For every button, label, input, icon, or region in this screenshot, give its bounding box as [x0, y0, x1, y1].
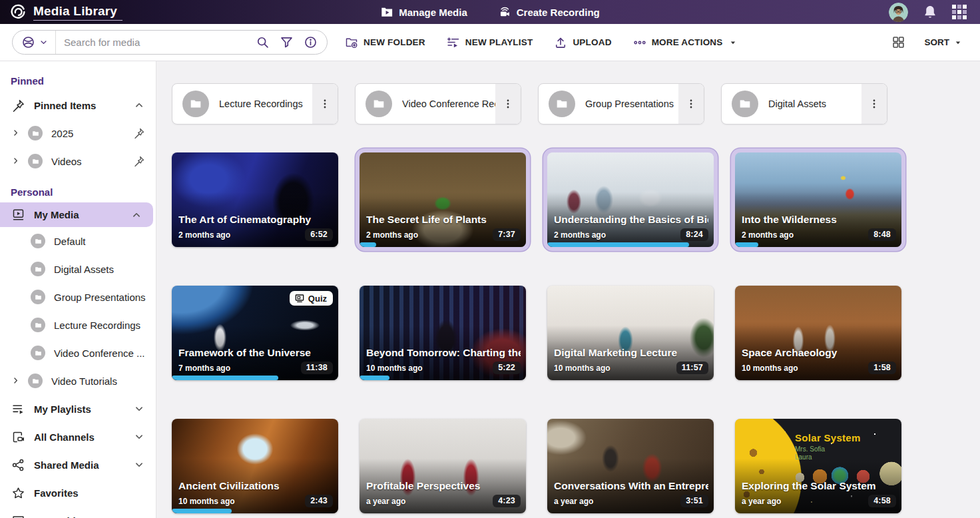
more-dots-icon [633, 36, 646, 49]
sidebar-item-my-playlists[interactable]: My Playlists [0, 395, 156, 423]
video-card[interactable]: Into the Wilderness 2 months ago 8:48 [735, 152, 901, 247]
video-card[interactable]: Beyond Tomorrow: Charting the... 10 mont… [360, 286, 526, 380]
video-card[interactable]: Understanding the Basics of Biol... 2 mo… [547, 152, 714, 247]
app-header: Media Library Manage Media Create Record… [0, 0, 980, 24]
chevron-down-icon [39, 37, 49, 47]
grid-view-icon[interactable] [891, 35, 905, 49]
folder-menu-button[interactable] [861, 84, 887, 124]
thumbnail-caption: Solar System Mrs. SofiaLaura [795, 432, 861, 461]
folder-circle-icon [31, 262, 45, 276]
search-icon[interactable] [256, 35, 270, 49]
video-card[interactable]: Quiz Framework of the Universe 7 months … [172, 286, 338, 380]
video-thumbnail[interactable]: Understanding the Basics of Biol... 2 mo… [547, 152, 714, 247]
chevron-down-icon[interactable] [133, 430, 146, 443]
sort-button[interactable]: SORT [924, 37, 963, 47]
sidebar-item-video-conference[interactable]: Video Conference ... [0, 339, 156, 367]
video-card[interactable]: Digital Marketing Lecture 10 months ago … [547, 286, 714, 380]
video-card[interactable]: The Art of Cinematography 2 months ago 6… [172, 152, 338, 247]
new-folder-button[interactable]: NEW FOLDER [345, 36, 425, 49]
sidebar-item-digital-assets[interactable]: Digital Assets [0, 255, 156, 283]
sidebar-item-pinned-items[interactable]: Pinned Items [0, 91, 156, 119]
info-icon[interactable] [304, 35, 318, 49]
video-card[interactable]: Space Archaeology 10 months ago 1:58 [735, 286, 901, 380]
folder-name: Video Conference Rec... [402, 99, 499, 109]
chevron-up-icon[interactable] [130, 208, 144, 222]
chevron-down-icon[interactable] [133, 402, 146, 415]
sidebar-item-my-media[interactable]: My Media [0, 202, 153, 227]
folder-menu-button[interactable] [312, 84, 338, 124]
create-recording-button[interactable]: Create Recording [498, 5, 600, 19]
manage-media-icon [380, 5, 393, 19]
chevron-right-icon[interactable] [11, 127, 24, 140]
user-avatar[interactable] [889, 3, 908, 22]
video-thumbnail[interactable]: Ancient Civilizations 10 months ago 2:43 [172, 419, 338, 513]
search-scope-dropdown[interactable] [13, 31, 56, 54]
sidebar-item-my-archive[interactable]: My Archive [0, 507, 156, 518]
video-thumbnail[interactable]: Into the Wilderness 2 months ago 8:48 [735, 152, 901, 247]
video-title: Into the Wilderness [742, 214, 896, 226]
chevron-down-icon[interactable] [133, 458, 146, 471]
sidebar-item-label: Shared Media [34, 459, 99, 471]
folder-card[interactable]: Digital Assets [721, 83, 887, 125]
sidebar-item-group-presentations[interactable]: Group Presentations [0, 283, 156, 311]
video-thumbnail[interactable]: The Secret Life of Plants 2 months ago 7… [360, 152, 526, 247]
video-title: Beyond Tomorrow: Charting the... [366, 347, 521, 359]
sidebar-item-lecture-recordings[interactable]: Lecture Recordings [0, 311, 156, 339]
video-duration-badge: 1:58 [868, 362, 896, 374]
search-input[interactable] [56, 37, 256, 48]
folders-row: Lecture Recordings Video Conference Rec.… [172, 83, 980, 125]
chevron-up-icon[interactable] [133, 99, 146, 112]
folder-card[interactable]: Video Conference Rec... [355, 83, 521, 125]
more-actions-label: MORE ACTIONS [652, 37, 723, 47]
folder-circle-icon [28, 154, 43, 168]
video-title: Space Archaeology [742, 347, 896, 359]
more-actions-button[interactable]: MORE ACTIONS [633, 36, 738, 49]
sidebar-item-videos[interactable]: Videos [0, 147, 156, 175]
video-duration-badge: 3:51 [680, 495, 708, 507]
filter-icon[interactable] [280, 35, 294, 49]
sidebar-item-all-channels[interactable]: All Channels [0, 423, 156, 451]
sidebar-item-shared-media[interactable]: Shared Media [0, 451, 156, 479]
watch-progress-bar [735, 242, 758, 247]
video-duration-badge: 8:48 [868, 228, 896, 241]
folder-card[interactable]: Group Presentations [538, 83, 704, 125]
pin-icon[interactable] [133, 127, 146, 140]
folder-icon [182, 91, 209, 117]
video-thumbnail[interactable]: Digital Marketing Lecture 10 months ago … [547, 286, 714, 380]
my-media-icon [11, 208, 25, 222]
video-thumbnail[interactable]: Profitable Perspectives a year ago 4:23 [360, 419, 526, 513]
notifications-bell-icon[interactable] [923, 5, 937, 19]
video-thumbnail[interactable]: Conversations With an Entrepre... a year… [547, 419, 714, 513]
video-age: 10 months ago [554, 364, 611, 373]
star-icon [11, 485, 25, 500]
video-info-overlay: Understanding the Basics of Biol... 2 mo… [554, 214, 708, 241]
chevron-right-icon[interactable] [11, 374, 24, 388]
video-thumbnail[interactable]: Quiz Framework of the Universe 7 months … [172, 286, 338, 380]
video-card[interactable]: The Secret Life of Plants 2 months ago 7… [360, 152, 526, 247]
video-card[interactable]: Profitable Perspectives a year ago 4:23 [360, 419, 526, 513]
video-thumbnail[interactable]: Beyond Tomorrow: Charting the... 10 mont… [360, 286, 526, 380]
pin-icon[interactable] [133, 154, 146, 168]
video-duration-badge: 6:52 [305, 228, 333, 241]
folder-menu-button[interactable] [678, 84, 704, 124]
sidebar-item-default[interactable]: Default [0, 227, 156, 255]
sidebar-item-favorites[interactable]: Favorites [0, 479, 156, 507]
sidebar-item-label: My Playlists [34, 403, 91, 415]
sidebar-item-video-tutorials[interactable]: Video Tutorials [0, 367, 156, 395]
folder-menu-button[interactable] [495, 84, 521, 124]
sidebar-item-2025[interactable]: 2025 [0, 119, 156, 147]
chevron-right-icon[interactable] [11, 154, 24, 168]
folder-circle-icon [31, 234, 45, 248]
video-card[interactable]: Conversations With an Entrepre... a year… [547, 419, 714, 513]
video-card[interactable]: Solar System Mrs. SofiaLaura Exploring t… [735, 419, 901, 513]
video-thumbnail[interactable]: Space Archaeology 10 months ago 1:58 [735, 286, 901, 380]
manage-media-button[interactable]: Manage Media [380, 5, 467, 19]
video-thumbnail[interactable]: The Art of Cinematography 2 months ago 6… [172, 152, 338, 247]
folder-card[interactable]: Lecture Recordings [172, 83, 338, 125]
app-switcher-grid-icon[interactable] [952, 5, 967, 19]
upload-button[interactable]: UPLOAD [554, 36, 611, 49]
video-card[interactable]: Ancient Civilizations 10 months ago 2:43 [172, 419, 338, 513]
new-playlist-button[interactable]: NEW PLAYLIST [447, 36, 533, 49]
video-thumbnail[interactable]: Solar System Mrs. SofiaLaura Exploring t… [735, 419, 901, 513]
sidebar-section-title: Pinned [0, 64, 156, 91]
